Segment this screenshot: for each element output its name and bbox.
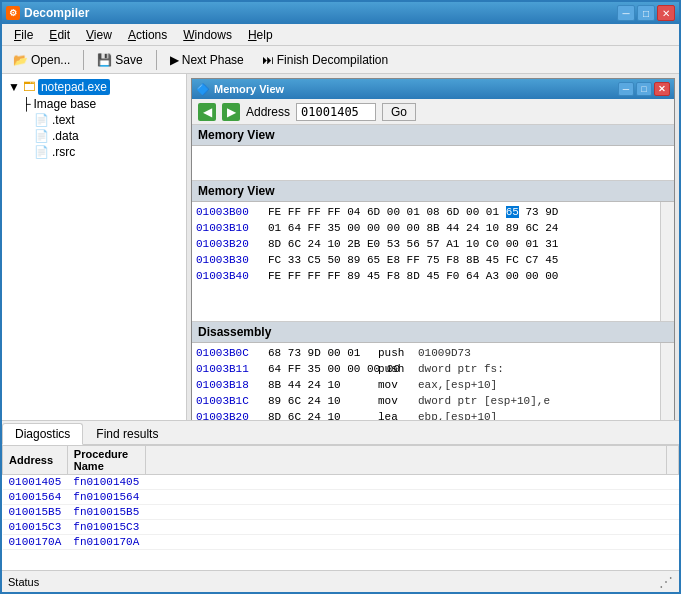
cell-procedure: fn010015C3 xyxy=(67,520,145,535)
maximize-button[interactable]: □ xyxy=(637,5,655,21)
address-label: Address xyxy=(246,105,290,119)
tab-diagnostics[interactable]: Diagostics xyxy=(2,423,83,445)
tree-image-base[interactable]: ├ Image base xyxy=(6,96,182,112)
table-row[interactable]: 01001564fn01001564 xyxy=(3,490,679,505)
toolbar-separator-2 xyxy=(156,50,157,70)
disasm-area[interactable]: 01003B0C 68 73 9D 00 01 push 01009D73 01… xyxy=(192,343,674,420)
finish-decompilation-button[interactable]: ⏭ Finish Decompilation xyxy=(255,50,395,70)
cell-scroll xyxy=(667,505,679,520)
disasm-row-1: 01003B11 64 FF 35 00 00 00 00 push dword… xyxy=(196,361,670,377)
memory-window-title: Memory View xyxy=(214,83,284,95)
col-address: Address xyxy=(3,446,68,475)
rsrc-section-label: .rsrc xyxy=(52,145,75,159)
open-button[interactable]: 📂 Open... xyxy=(6,50,77,70)
cell-address: 01001564 xyxy=(3,490,68,505)
open-icon: 📂 xyxy=(13,53,28,67)
cell-scroll xyxy=(667,535,679,550)
cell-extra xyxy=(145,490,666,505)
status-bar: Status ⋰ xyxy=(2,570,679,592)
cell-extra xyxy=(145,505,666,520)
tree-file-icon-2: 📄 xyxy=(34,129,49,143)
memory-hex-area[interactable]: 01003B00 FE FF FF FF 04 6D 00 01 08 6D 0… xyxy=(192,202,674,322)
table-row[interactable]: 010015C3fn010015C3 xyxy=(3,520,679,535)
tree-text-section[interactable]: 📄 .text xyxy=(6,112,182,128)
cell-extra xyxy=(145,520,666,535)
menu-bar: File Edit View Actions Windows Help xyxy=(2,24,679,46)
data-section-label: .data xyxy=(52,129,79,143)
title-bar: ⚙ Decompiler ─ □ ✕ xyxy=(2,2,679,24)
cell-extra xyxy=(145,535,666,550)
cell-procedure: fn0100170A xyxy=(67,535,145,550)
memory-window-icon: 🔷 xyxy=(196,83,210,96)
hex-scrollbar[interactable] xyxy=(660,202,674,321)
table-row[interactable]: 010015B5fn010015B5 xyxy=(3,505,679,520)
menu-file[interactable]: File xyxy=(6,26,41,44)
go-button[interactable]: Go xyxy=(382,103,416,121)
finish-icon: ⏭ xyxy=(262,53,274,67)
tree-root-label[interactable]: notepad.exe xyxy=(38,79,110,95)
close-button[interactable]: ✕ xyxy=(657,5,675,21)
right-panel: 🔷 Memory View ─ □ ✕ ◀ ▶ Address xyxy=(187,74,679,420)
hex-row-1: 01003B10 01 64 FF 35 00 00 00 00 8B 44 2… xyxy=(196,220,670,236)
tree-root-toggle[interactable]: ▼ 🗔 notepad.exe xyxy=(6,78,182,96)
cell-procedure: fn01001564 xyxy=(67,490,145,505)
memory-close-button[interactable]: ✕ xyxy=(654,82,670,96)
col-extra xyxy=(145,446,666,475)
resize-icon: ⋰ xyxy=(659,574,673,590)
col-procedure: Procedure Name xyxy=(67,446,145,475)
menu-help[interactable]: Help xyxy=(240,26,281,44)
nav-next-button[interactable]: ▶ xyxy=(222,103,240,121)
app-icon: ⚙ xyxy=(6,6,20,20)
hex-row-4: 01003B40 FE FF FF FF 89 45 F8 8D 45 F0 6… xyxy=(196,268,670,284)
cell-address: 010015B5 xyxy=(3,505,68,520)
hex-row-2: 01003B20 8D 6C 24 10 2B E0 53 56 57 A1 1… xyxy=(196,236,670,252)
table-row[interactable]: 01001405fn01001405 xyxy=(3,475,679,490)
next-phase-icon: ▶ xyxy=(170,53,179,67)
app-title: Decompiler xyxy=(24,6,89,20)
tree-file-icon-3: 📄 xyxy=(34,145,49,159)
tree-root-icon: 🗔 xyxy=(23,80,35,94)
toolbar-separator-1 xyxy=(83,50,84,70)
menu-windows[interactable]: Windows xyxy=(175,26,240,44)
save-button[interactable]: 💾 Save xyxy=(90,50,149,70)
cell-scroll xyxy=(667,475,679,490)
table-row[interactable]: 0100170Afn0100170A xyxy=(3,535,679,550)
bottom-section: Diagostics Find results Address Procedur… xyxy=(2,420,679,570)
disasm-scrollbar[interactable] xyxy=(660,343,674,420)
nav-prev-button[interactable]: ◀ xyxy=(198,103,216,121)
hex-row-0: 01003B00 FE FF FF FF 04 6D 00 01 08 6D 0… xyxy=(196,204,670,220)
tree-file-icon: 📄 xyxy=(34,113,49,127)
address-input[interactable] xyxy=(296,103,376,121)
menu-actions[interactable]: Actions xyxy=(120,26,175,44)
memory-section-1-content xyxy=(192,146,674,181)
status-text: Status xyxy=(8,576,39,588)
cell-procedure: fn01001405 xyxy=(67,475,145,490)
next-phase-button[interactable]: ▶ Next Phase xyxy=(163,50,251,70)
tab-bar: Diagostics Find results xyxy=(2,421,679,445)
toolbar: 📂 Open... 💾 Save ▶ Next Phase ⏭ Finish D… xyxy=(2,46,679,74)
memory-section-1-header: Memory View xyxy=(192,125,674,146)
save-icon: 💾 xyxy=(97,53,112,67)
image-base-label: Image base xyxy=(34,97,97,111)
disasm-row-3: 01003B1C 89 6C 24 10 mov dword ptr [esp+… xyxy=(196,393,670,409)
minimize-button[interactable]: ─ xyxy=(617,5,635,21)
collapse-icon: ▼ xyxy=(8,80,20,94)
memory-maximize-button[interactable]: □ xyxy=(636,82,652,96)
tab-find-results[interactable]: Find results xyxy=(83,423,171,444)
tree-panel: ▼ 🗔 notepad.exe ├ Image base 📄 .text xyxy=(2,74,187,420)
memory-minimize-button[interactable]: ─ xyxy=(618,82,634,96)
memory-toolbar: ◀ ▶ Address Go xyxy=(192,99,674,125)
disasm-row-2: 01003B18 8B 44 24 10 mov eax,[esp+10] xyxy=(196,377,670,393)
tree-rsrc-section[interactable]: 📄 .rsrc xyxy=(6,144,182,160)
cell-extra xyxy=(145,475,666,490)
menu-view[interactable]: View xyxy=(78,26,120,44)
cell-address: 010015C3 xyxy=(3,520,68,535)
menu-edit[interactable]: Edit xyxy=(41,26,78,44)
cell-procedure: fn010015B5 xyxy=(67,505,145,520)
tree-data-section[interactable]: 📄 .data xyxy=(6,128,182,144)
memory-title-bar: 🔷 Memory View ─ □ ✕ xyxy=(192,79,674,99)
disasm-row-4: 01003B20 8D 6C 24 10 lea ebp,[esp+10] xyxy=(196,409,670,420)
results-table[interactable]: Address Procedure Name 01001405fn0100140… xyxy=(2,445,679,570)
cell-address: 0100170A xyxy=(3,535,68,550)
text-section-label: .text xyxy=(52,113,75,127)
